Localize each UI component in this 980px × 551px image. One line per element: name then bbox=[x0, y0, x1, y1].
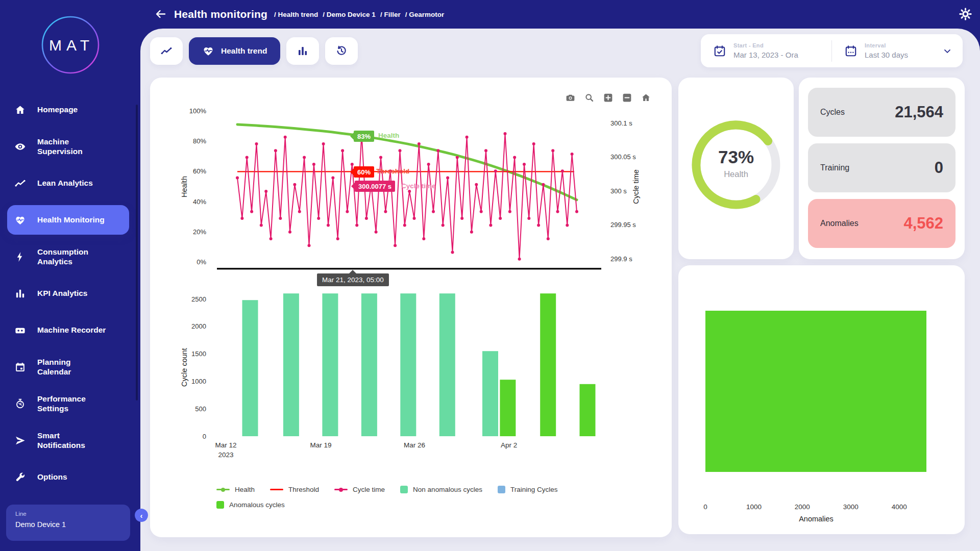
legend-item[interactable]: Anomalous cycles bbox=[216, 501, 285, 509]
threshold-value-flag: 60% bbox=[354, 166, 374, 178]
tab-health-trend[interactable]: Health trend bbox=[189, 37, 280, 65]
svg-text:Mar 26: Mar 26 bbox=[404, 441, 425, 449]
breadcrumb-item[interactable]: / Gearmotor bbox=[405, 11, 445, 18]
health-flag-label: Health bbox=[378, 132, 399, 139]
interval-picker[interactable]: Interval Last 30 days bbox=[832, 34, 963, 67]
cycle-time-flag-label: Cycle time bbox=[401, 182, 436, 190]
legend-swatch bbox=[498, 486, 505, 493]
anomalies-chart: 01000200030004000Anomalies bbox=[678, 265, 965, 534]
trend-icon bbox=[14, 178, 26, 189]
sidebar-item-machine-recorder[interactable]: Machine Recorder bbox=[0, 312, 140, 348]
svg-text:Cycle count: Cycle count bbox=[180, 348, 188, 387]
reset-axes-home-icon[interactable] bbox=[641, 92, 651, 103]
legend-item[interactable]: Non anomalous cycles bbox=[400, 486, 482, 493]
home-icon bbox=[14, 104, 26, 116]
start-end-picker[interactable]: Start - End Mar 13, 2023 - Ora bbox=[701, 34, 831, 67]
stat-value: 0 bbox=[935, 159, 943, 177]
sidebar-item-label: Machine Supervision bbox=[37, 137, 83, 157]
svg-text:1000: 1000 bbox=[191, 378, 206, 385]
sidebar-scrollbar[interactable] bbox=[136, 105, 138, 400]
svg-text:2000: 2000 bbox=[191, 322, 206, 330]
calendar-dots-icon bbox=[844, 44, 857, 58]
legend-item[interactable]: Training Cycles bbox=[498, 486, 558, 493]
svg-text:500: 500 bbox=[195, 405, 206, 413]
legend-item[interactable]: Health bbox=[216, 486, 255, 493]
send-icon bbox=[14, 435, 26, 446]
stopwatch-icon bbox=[14, 398, 26, 410]
sidebar-item-label: Consumption Analytics bbox=[37, 247, 88, 267]
sidebar-item-machine-supervision[interactable]: Machine Supervision bbox=[0, 128, 140, 165]
sidebar-item-label: KPI Analytics bbox=[37, 288, 88, 298]
mat-logo-ring: MAT bbox=[40, 14, 101, 76]
svg-text:1500: 1500 bbox=[191, 350, 206, 358]
health-value-flag: 83% bbox=[354, 131, 374, 142]
start-end-value: Mar 13, 2023 - Ora bbox=[733, 51, 798, 59]
sidebar: MAT HomepageMachine SupervisionLean Anal… bbox=[0, 0, 140, 551]
svg-text:0%: 0% bbox=[197, 258, 206, 266]
stat-label: Cycles bbox=[820, 108, 845, 117]
trend-icon bbox=[160, 45, 173, 57]
anomalies-card: 01000200030004000Anomalies bbox=[678, 265, 965, 534]
sidebar-item-lean-analytics[interactable]: Lean Analytics bbox=[0, 165, 140, 202]
plot-toolbar bbox=[565, 92, 651, 103]
calendar-icon bbox=[14, 361, 26, 373]
tab-bar-analytics[interactable] bbox=[286, 37, 319, 65]
sidebar-item-label: Health Monitoring bbox=[37, 215, 105, 224]
svg-text:4000: 4000 bbox=[892, 503, 907, 511]
stat-tile-training: Training0 bbox=[808, 143, 955, 192]
breadcrumb-item[interactable]: / Health trend bbox=[274, 11, 318, 18]
sidebar-item-label: Smart Notifications bbox=[37, 431, 85, 450]
sidebar-item-kpi-analytics[interactable]: KPI Analytics bbox=[0, 275, 140, 312]
legend-label: Cycle time bbox=[353, 486, 385, 493]
chevron-down-icon bbox=[942, 46, 952, 56]
content-area: Health trend Start - End Mar 13, 2023 - … bbox=[140, 29, 980, 551]
legend-label: Anomalous cycles bbox=[229, 501, 285, 509]
breadcrumb-item[interactable]: / Filler bbox=[380, 11, 401, 18]
cycle-time-value-flag: 300.0077 s bbox=[355, 181, 395, 192]
x-axis-tooltip: Mar 21, 2023, 05:00 bbox=[317, 273, 389, 286]
gear-icon bbox=[958, 7, 973, 21]
legend-item[interactable]: Cycle time bbox=[334, 486, 385, 493]
device-selector[interactable]: Line Demo Device 1 bbox=[6, 505, 130, 541]
tab-trend[interactable] bbox=[150, 37, 183, 65]
zoom-out-icon[interactable] bbox=[622, 92, 632, 103]
device-selector-label: Line bbox=[15, 511, 121, 517]
legend-swatch bbox=[270, 489, 283, 490]
back-button[interactable] bbox=[155, 8, 167, 20]
stats-card: Cycles21,564Training0Anomalies4,562 bbox=[799, 78, 965, 259]
sidebar-collapse-button[interactable]: ‹ bbox=[135, 509, 148, 522]
camera-icon[interactable] bbox=[565, 92, 576, 103]
sidebar-item-consumption-analytics[interactable]: Consumption Analytics bbox=[0, 238, 140, 275]
calendar-check-icon bbox=[713, 44, 726, 58]
sidebar-item-smart-notifications[interactable]: Smart Notifications bbox=[0, 422, 140, 459]
svg-text:3000: 3000 bbox=[843, 503, 859, 511]
stat-value: 4,562 bbox=[903, 214, 943, 233]
wrench-icon bbox=[14, 471, 26, 483]
breadcrumb-item[interactable]: / Demo Device 1 bbox=[323, 11, 376, 18]
svg-text:20%: 20% bbox=[193, 228, 206, 236]
legend-row: Anomalous cycles bbox=[216, 501, 557, 509]
svg-text:300.1 s: 300.1 s bbox=[610, 119, 632, 127]
legend-label: Non anomalous cycles bbox=[413, 486, 482, 493]
sidebar-item-options[interactable]: Options bbox=[0, 459, 140, 495]
svg-text:300.05 s: 300.05 s bbox=[610, 153, 636, 161]
svg-text:40%: 40% bbox=[193, 198, 206, 206]
settings-button[interactable] bbox=[958, 7, 973, 21]
zoom-icon[interactable] bbox=[584, 92, 595, 103]
svg-text:2000: 2000 bbox=[795, 503, 810, 511]
bar-chart-icon bbox=[297, 45, 309, 57]
sidebar-item-planning-calendar[interactable]: Planning Calendar bbox=[0, 348, 140, 385]
sidebar-item-homepage[interactable]: Homepage bbox=[0, 91, 140, 128]
legend-swatch bbox=[216, 501, 224, 509]
legend-item[interactable]: Threshold bbox=[270, 486, 319, 493]
history-icon bbox=[335, 45, 348, 57]
zoom-in-icon[interactable] bbox=[603, 92, 614, 103]
tab-history[interactable] bbox=[325, 37, 358, 65]
chevron-left-icon: ‹ bbox=[140, 511, 143, 520]
stat-value: 21,564 bbox=[895, 103, 943, 121]
svg-text:80%: 80% bbox=[193, 137, 206, 145]
health-trend-chart: 100%80%60%40%20%0%300.1 s300.05 s300 s29… bbox=[150, 78, 672, 537]
sidebar-item-health-monitoring[interactable]: Health Monitoring bbox=[7, 205, 129, 235]
svg-text:300 s: 300 s bbox=[610, 187, 627, 195]
sidebar-item-performance-settings[interactable]: Performance Settings bbox=[0, 385, 140, 422]
